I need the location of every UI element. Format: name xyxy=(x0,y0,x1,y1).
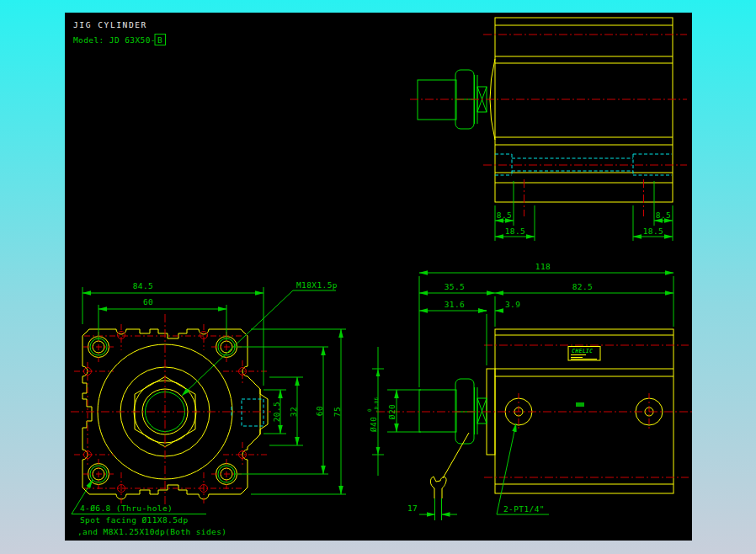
cad-viewer: JIG CYLINDER Model: JD 63X50- B xyxy=(0,0,756,554)
port-label: 2-PT1/4" xyxy=(503,504,545,514)
drawing-title: JIG CYLINDER xyxy=(73,20,147,29)
dim-slot: 20.5 xyxy=(272,402,281,422)
dim-rod-side: 35.5 xyxy=(445,282,465,291)
bore-tol-upper: 0 xyxy=(366,408,372,412)
dim-top-left-8-5: 8.5 xyxy=(497,210,512,220)
note-spot-facing: Spot facing Ø11X8.5dp xyxy=(80,515,189,525)
dim-top-left-18-5: 18.5 xyxy=(505,226,525,236)
thread-label: M18X1.5p xyxy=(296,280,338,290)
tiny-engraving-mark xyxy=(576,402,584,407)
dim-rail: 32 xyxy=(289,407,298,417)
bore-label: Ø40 xyxy=(369,417,378,432)
dim-bolt-spacing-v: 60 xyxy=(315,406,324,416)
dim-bolt-spacing-h: 60 xyxy=(143,297,153,306)
cad-drawing-jig-cylinder: JIG CYLINDER Model: JD 63X50- B xyxy=(0,0,756,554)
dim-body-length: 82.5 xyxy=(572,282,593,291)
note-thru-hole: 4-Ø6.8 (Thru-hole) xyxy=(80,503,173,513)
dim-width-outer: 84.5 xyxy=(133,281,153,290)
bore-tol-lower: -0.06 xyxy=(373,397,379,413)
brand-name: CHELIC xyxy=(572,348,593,354)
dim-height: 75 xyxy=(333,407,342,417)
dim-total-length: 118 xyxy=(535,262,551,271)
dim-rod-exposed: 31.6 xyxy=(445,300,465,309)
model-label: Model: JD 63X50- xyxy=(73,35,156,45)
rod-dia-label: Ø20 xyxy=(387,404,397,419)
note-thread-both-sides: ,and M8X1.25X10dp(Both sides) xyxy=(77,527,226,536)
model-option: B xyxy=(157,35,162,45)
dim-top-right-8-5: 8.5 xyxy=(656,210,671,220)
dim-top-right-18-5: 18.5 xyxy=(643,226,663,236)
dim-wrench-flats: 17 xyxy=(407,503,418,513)
dim-plate: 3.9 xyxy=(505,300,520,309)
